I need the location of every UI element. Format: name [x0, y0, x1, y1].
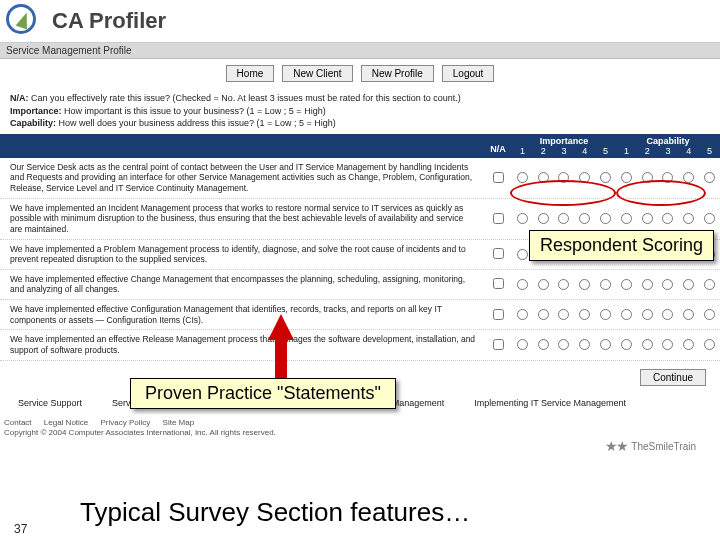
importance-radio[interactable]	[558, 279, 569, 290]
question-text: We have implemented effective Configurat…	[0, 300, 484, 329]
capability-radio[interactable]	[704, 213, 715, 224]
link-legal-notice[interactable]: Legal Notice	[44, 418, 88, 427]
importance-radio[interactable]	[517, 339, 528, 350]
copyright-text: Copyright © 2004 Computer Associates Int…	[4, 428, 716, 438]
tab-service-support[interactable]: Service Support	[18, 398, 82, 408]
charity-text: TheSmileTrain	[631, 441, 696, 452]
ca-logo-icon	[6, 4, 46, 38]
capability-radio[interactable]	[642, 279, 653, 290]
home-button[interactable]: Home	[226, 65, 275, 82]
question-row: We have implemented effective Configurat…	[0, 300, 720, 330]
instructions-block: N/A: Can you effectively rate this issue…	[0, 88, 720, 134]
capability-radio[interactable]	[642, 309, 653, 320]
importance-radio[interactable]	[579, 339, 590, 350]
importance-radio[interactable]	[538, 339, 549, 350]
capability-radio[interactable]	[621, 172, 632, 183]
importance-radio[interactable]	[558, 309, 569, 320]
capability-radio[interactable]	[621, 213, 632, 224]
importance-radio[interactable]	[517, 309, 528, 320]
capability-radio[interactable]	[704, 339, 715, 350]
ngmcc-icon: ★★	[605, 438, 627, 454]
capability-radio[interactable]	[704, 309, 715, 320]
na-checkbox[interactable]	[493, 309, 504, 320]
importance-radio[interactable]	[600, 279, 611, 290]
importance-radio[interactable]	[579, 279, 590, 290]
importance-radio[interactable]	[579, 309, 590, 320]
new-profile-button[interactable]: New Profile	[361, 65, 434, 82]
na-col-header: N/A	[484, 136, 512, 156]
question-text: We have implemented an Incident Manageme…	[0, 199, 484, 239]
capability-radio[interactable]	[704, 172, 715, 183]
top-nav: Home New Client New Profile Logout	[0, 59, 720, 88]
importance-radio[interactable]	[600, 213, 611, 224]
na-checkbox[interactable]	[493, 213, 504, 224]
importance-radio[interactable]	[600, 339, 611, 350]
importance-radio[interactable]	[517, 172, 528, 183]
highlight-ring-importance	[510, 180, 616, 206]
importance-radio[interactable]	[600, 172, 611, 183]
continue-button[interactable]: Continue	[640, 369, 706, 386]
question-row: We have implemented an effective Release…	[0, 330, 720, 360]
na-label: N/A:	[10, 93, 29, 103]
capability-radio[interactable]	[704, 279, 715, 290]
link-sitemap[interactable]: Site Map	[163, 418, 195, 427]
importance-radio[interactable]	[600, 309, 611, 320]
capability-radio[interactable]	[683, 213, 694, 224]
importance-radio[interactable]	[538, 309, 549, 320]
capability-radio[interactable]	[642, 339, 653, 350]
new-client-button[interactable]: New Client	[282, 65, 352, 82]
capability-text: How well does your business address this…	[56, 118, 336, 128]
charity-badge: ★★ TheSmileTrain	[605, 438, 696, 454]
na-text: Can you effectively rate this issue? (Ch…	[29, 93, 461, 103]
capability-radio[interactable]	[662, 339, 673, 350]
capability-radio[interactable]	[662, 279, 673, 290]
importance-radio[interactable]	[517, 213, 528, 224]
question-text: We have implemented an effective Release…	[0, 330, 484, 359]
na-checkbox[interactable]	[493, 172, 504, 183]
link-privacy[interactable]: Privacy Policy	[101, 418, 151, 427]
importance-radio[interactable]	[558, 339, 569, 350]
capability-radio[interactable]	[683, 309, 694, 320]
capability-radio[interactable]	[662, 309, 673, 320]
capability-radio[interactable]	[683, 279, 694, 290]
link-contact[interactable]: Contact	[4, 418, 32, 427]
importance-col-header: Importance	[512, 136, 616, 146]
na-checkbox[interactable]	[493, 339, 504, 350]
importance-label: Importance:	[10, 106, 62, 116]
column-header: N/A Importance 12345 Capability 12345	[0, 134, 720, 158]
red-arrow-icon	[268, 314, 294, 378]
importance-radio[interactable]	[579, 213, 590, 224]
na-checkbox[interactable]	[493, 278, 504, 289]
question-text: We have implemented a Problem Management…	[0, 240, 484, 269]
profile-subhead: Service Management Profile	[0, 43, 720, 59]
na-checkbox[interactable]	[493, 248, 504, 259]
highlight-ring-capability	[616, 180, 706, 206]
callout-proven-practice: Proven Practice "Statements"	[130, 378, 396, 409]
callout-respondent-scoring: Respondent Scoring	[529, 230, 714, 261]
importance-radio[interactable]	[517, 249, 528, 260]
capability-radio[interactable]	[642, 213, 653, 224]
capability-radio[interactable]	[621, 309, 632, 320]
importance-radio[interactable]	[558, 213, 569, 224]
capability-col-header: Capability	[616, 136, 720, 146]
capability-radio[interactable]	[683, 339, 694, 350]
question-text: We have implemented effective Change Man…	[0, 270, 484, 299]
slide-number: 37	[14, 522, 27, 536]
importance-radio[interactable]	[538, 279, 549, 290]
app-header: CA Profiler	[0, 0, 720, 43]
capability-radio[interactable]	[621, 339, 632, 350]
slide-title: Typical Survey Section features…	[80, 497, 470, 528]
logout-button[interactable]: Logout	[442, 65, 495, 82]
app-title: CA Profiler	[52, 8, 166, 34]
question-text: Our Service Desk acts as the central poi…	[0, 158, 484, 198]
question-row: We have implemented effective Change Man…	[0, 270, 720, 300]
capability-radio[interactable]	[621, 279, 632, 290]
tab-implementing[interactable]: Implementing IT Service Management	[474, 398, 626, 408]
capability-radio[interactable]	[662, 213, 673, 224]
importance-radio[interactable]	[538, 213, 549, 224]
importance-text: How important is this issue to your busi…	[62, 106, 326, 116]
importance-radio[interactable]	[517, 279, 528, 290]
capability-label: Capability:	[10, 118, 56, 128]
